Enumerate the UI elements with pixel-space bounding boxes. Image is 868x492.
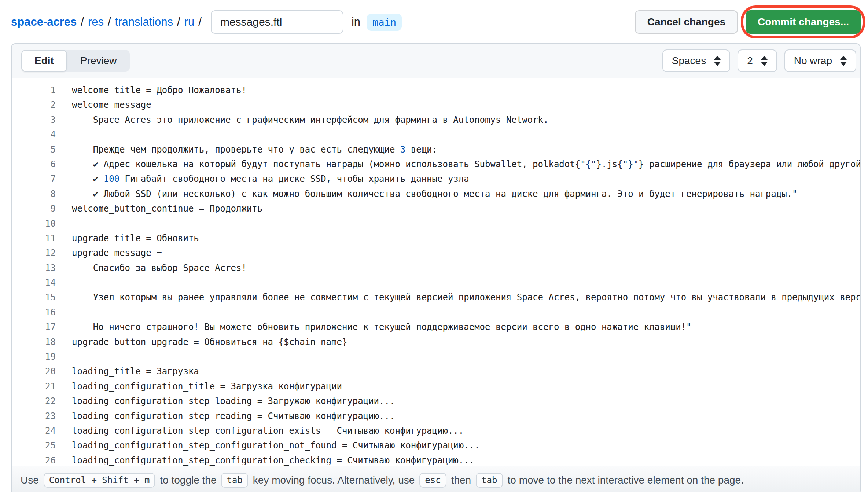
code-line: 10	[12, 216, 860, 231]
code-line-text[interactable]: ✔ 100 Гигабайт свободного места на диске…	[56, 172, 860, 186]
line-number: 23	[12, 409, 56, 423]
code-line: 4	[12, 127, 860, 142]
breadcrumb-link-translations[interactable]: translations	[115, 15, 173, 29]
hint-text: then	[451, 474, 471, 486]
line-number: 12	[12, 246, 56, 260]
indent-size-value: 2	[747, 55, 753, 67]
breadcrumb-separator: /	[173, 15, 184, 29]
code-line-text[interactable]: upgrade_message =	[56, 246, 860, 260]
code-line-text[interactable]: ✔ Любой SSD (или несколько) с как можно …	[56, 187, 860, 201]
wrap-mode-value: No wrap	[794, 55, 832, 67]
code-line-text[interactable]: Но ничего страшного! Вы можете обновить …	[56, 320, 860, 334]
code-line: 2welcome_message =	[12, 98, 860, 112]
code-line-text[interactable]: welcome_button_continue = Продолжить	[56, 201, 860, 216]
code-line: 12upgrade_message =	[12, 246, 860, 260]
line-number: 16	[12, 305, 56, 320]
wrap-mode-select[interactable]: No wrap	[784, 49, 856, 72]
keyboard-shortcut-key: Control + Shift + m	[44, 473, 155, 488]
line-number: 22	[12, 394, 56, 408]
code-line-text[interactable]: loading_configuration_step_loading = Заг…	[56, 394, 860, 408]
tab-preview[interactable]: Preview	[67, 50, 130, 72]
code-line-text[interactable]: loading_configuration_title = Загрузка к…	[56, 379, 860, 394]
code-line: 1welcome_title = Добро Пожаловать!	[12, 83, 860, 98]
line-number: 1	[12, 83, 56, 98]
code-line: 20loading_title = Загрузка	[12, 364, 860, 379]
code-line: 25loading_configuration_step_configurati…	[12, 438, 860, 453]
line-number: 10	[12, 216, 56, 231]
code-line-text[interactable]: loading_title = Загрузка	[56, 364, 860, 379]
code-line: 8 ✔ Любой SSD (или несколько) с как можн…	[12, 187, 860, 201]
sort-arrows-icon	[840, 56, 847, 66]
code-line-text[interactable]: loading_configuration_step_reading = Счи…	[56, 409, 860, 423]
commit-changes-button[interactable]: Commit changes...	[746, 10, 861, 34]
code-line-text[interactable]: upgrade_button_upgrade = Обновиться на {…	[56, 335, 860, 349]
code-line: 6 ✔ Адрес кошелька на который будут пост…	[12, 157, 860, 172]
code-line: 24loading_configuration_step_configurati…	[12, 423, 860, 438]
line-number: 8	[12, 187, 56, 201]
keyboard-shortcut-key: tab	[221, 473, 248, 488]
breadcrumb-separator: /	[77, 15, 88, 29]
line-number: 11	[12, 231, 56, 246]
breadcrumb-repo-link[interactable]: space-acres	[11, 15, 77, 29]
cancel-changes-button[interactable]: Cancel changes	[635, 10, 738, 34]
breadcrumb: space-acres /res/translations/ru/	[11, 15, 206, 29]
line-number: 9	[12, 201, 56, 216]
code-line: 16	[12, 305, 860, 320]
code-line-text[interactable]: welcome_message =	[56, 98, 860, 112]
breadcrumb-link-res[interactable]: res	[88, 15, 104, 29]
line-number: 7	[12, 172, 56, 186]
breadcrumb-link-ru[interactable]: ru	[184, 15, 195, 29]
code-line-text[interactable]	[56, 275, 860, 290]
code-line-text[interactable]	[56, 216, 860, 231]
code-line-text[interactable]: loading_configuration_step_configuration…	[56, 423, 860, 438]
code-line-text[interactable]: loading_configuration_step_configuration…	[56, 453, 860, 466]
line-number: 25	[12, 438, 56, 453]
indent-mode-value: Spaces	[672, 55, 706, 67]
code-line-text[interactable]: Узел которым вы ранее управляли более не…	[56, 290, 860, 305]
code-line: 3 Space Acres это приложение с графическ…	[12, 113, 860, 127]
code-line: 9welcome_button_continue = Продолжить	[12, 201, 860, 216]
code-line-text[interactable]: upgrade_title = Обновить	[56, 231, 860, 246]
editor-settings: Spaces 2 No wrap	[662, 49, 856, 72]
code-line-text[interactable]: Прежде чем продолжить, проверьте что у в…	[56, 142, 860, 157]
hint-text: Use	[21, 474, 39, 486]
line-number: 26	[12, 453, 56, 466]
code-line-text[interactable]: welcome_title = Добро Пожаловать!	[56, 83, 860, 98]
in-label: in	[352, 15, 360, 29]
line-number: 15	[12, 290, 56, 305]
indent-size-select[interactable]: 2	[738, 49, 777, 72]
code-line-text[interactable]	[56, 349, 860, 364]
hint-text: key moving focus. Alternatively, use	[253, 474, 415, 486]
sort-arrows-icon	[714, 56, 721, 66]
code-line-text[interactable]: loading_configuration_step_configuration…	[56, 438, 860, 453]
line-number: 5	[12, 142, 56, 157]
line-number: 13	[12, 261, 56, 275]
code-area[interactable]: 1welcome_title = Добро Пожаловать!2welco…	[12, 78, 860, 466]
code-line: 17 Но ничего страшного! Вы можете обнови…	[12, 320, 860, 334]
edit-preview-tabs: EditPreview	[21, 50, 130, 72]
line-number: 21	[12, 379, 56, 394]
tab-edit[interactable]: Edit	[21, 50, 67, 72]
code-line-text[interactable]	[56, 127, 860, 142]
code-line: 14	[12, 275, 860, 290]
line-number: 6	[12, 157, 56, 172]
line-number: 2	[12, 98, 56, 112]
code-line-text[interactable]: Space Acres это приложение с графическим…	[56, 113, 860, 127]
code-line: 18upgrade_button_upgrade = Обновиться на…	[12, 335, 860, 349]
code-line-text[interactable]	[56, 305, 860, 320]
accessibility-hint-bar: UseControl + Shift + mto toggle thetabke…	[12, 466, 860, 492]
code-line-text[interactable]: ✔ Адрес кошелька на который будут поступ…	[56, 157, 860, 172]
code-line: 26loading_configuration_step_configurati…	[12, 453, 860, 466]
branch-badge: main	[367, 14, 402, 31]
breadcrumb-separator: /	[104, 15, 115, 29]
code-line-text[interactable]: Спасибо за выбор Space Acres!	[56, 261, 860, 275]
editor-toolbar: EditPreview Spaces 2 No wrap	[12, 44, 860, 78]
code-editor: EditPreview Spaces 2 No wrap 1welcome_ti…	[11, 43, 861, 492]
code-line: 21loading_configuration_title = Загрузка…	[12, 379, 860, 394]
filename-input[interactable]	[211, 10, 343, 34]
code-line: 13 Спасибо за выбор Space Acres!	[12, 261, 860, 275]
line-number: 3	[12, 113, 56, 127]
code-line: 23loading_configuration_step_reading = С…	[12, 409, 860, 423]
indent-mode-select[interactable]: Spaces	[662, 49, 730, 72]
hint-text: to toggle the	[160, 474, 216, 486]
